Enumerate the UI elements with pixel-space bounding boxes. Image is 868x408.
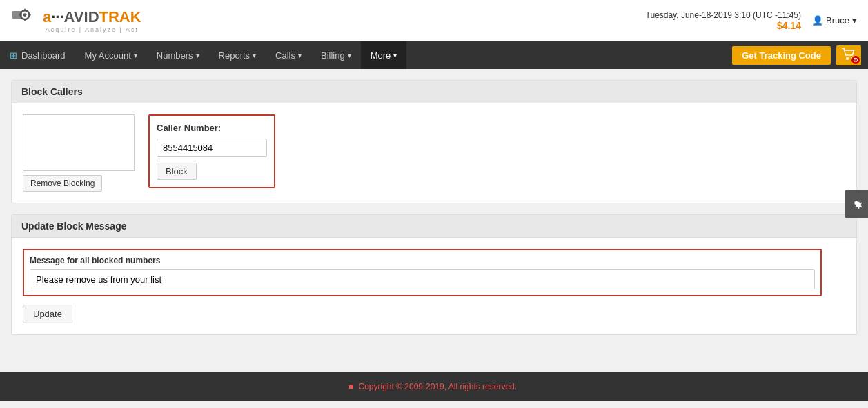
- numbers-caret: ▾: [196, 52, 199, 59]
- billing-caret: ▾: [348, 52, 351, 59]
- message-group: Message for all blocked numbers: [23, 249, 845, 296]
- block-message-input[interactable]: [30, 269, 815, 289]
- dashboard-icon: ⊞: [10, 50, 17, 61]
- get-tracking-button[interactable]: Get Tracking Code: [732, 46, 831, 65]
- caller-number-section: Caller Number: Block: [148, 114, 275, 188]
- blocked-list-container: [23, 114, 135, 171]
- svg-point-3: [23, 13, 27, 17]
- footer-text: Copyright © 2009-2019, All rights reserv…: [358, 382, 517, 391]
- update-block-message-header: Update Block Message: [12, 215, 856, 238]
- header-right: Tuesday, June-18-2019 3:10 (UTC -11:45) …: [646, 10, 857, 31]
- user-dropdown-caret[interactable]: ▾: [852, 15, 857, 26]
- nav-reports[interactable]: Reports ▾: [209, 41, 266, 69]
- user-info[interactable]: 👤 Bruce ▾: [812, 15, 857, 26]
- block-callers-panel: Block Callers Remove Blocking Caller Num…: [11, 80, 857, 203]
- navbar-right: Get Tracking Code ⚙: [732, 41, 868, 69]
- nav-calls[interactable]: Calls ▾: [266, 41, 311, 69]
- caller-number-input[interactable]: [157, 139, 267, 157]
- username-label: Bruce: [826, 15, 849, 26]
- block-callers-header: Block Callers: [12, 81, 856, 103]
- message-bordered-group: Message for all blocked numbers: [23, 249, 822, 296]
- logo-text: a···AVIDTRAK: [43, 8, 141, 26]
- gear-sidebar-button[interactable]: [845, 190, 868, 218]
- my-account-caret: ▾: [134, 52, 137, 59]
- top-header: a···AVIDTRAK Acquire | Analyze | Act Tue…: [0, 0, 868, 41]
- balance-display: $4.14: [646, 20, 801, 31]
- nav-numbers[interactable]: Numbers ▾: [147, 41, 209, 69]
- update-block-message-panel: Update Block Message Message for all blo…: [11, 214, 857, 335]
- block-button[interactable]: Block: [157, 163, 197, 180]
- update-button[interactable]: Update: [23, 305, 72, 323]
- caller-number-label: Caller Number:: [157, 123, 267, 133]
- navbar: ⊞ Dashboard My Account ▾ Numbers ▾ Repor…: [0, 41, 868, 69]
- remove-blocking-button[interactable]: Remove Blocking: [23, 175, 102, 192]
- date-display: Tuesday, June-18-2019 3:10 (UTC -11:45): [646, 10, 801, 20]
- block-callers-layout: Remove Blocking Caller Number: Block: [23, 114, 845, 192]
- block-message-label: Message for all blocked numbers: [30, 256, 815, 265]
- blocked-list-wrapper: Remove Blocking: [23, 114, 135, 192]
- datetime-info: Tuesday, June-18-2019 3:10 (UTC -11:45) …: [646, 10, 801, 31]
- footer: ■ Copyright © 2009-2019, All rights rese…: [0, 372, 868, 401]
- nav-billing[interactable]: Billing ▾: [311, 41, 361, 69]
- nav-my-account[interactable]: My Account ▾: [75, 41, 147, 69]
- logo-area: a···AVIDTRAK Acquire | Analyze | Act: [11, 8, 141, 33]
- blocked-numbers-list[interactable]: [23, 115, 134, 170]
- more-caret: ▾: [393, 52, 397, 59]
- update-block-message-body: Message for all blocked numbers Update: [12, 238, 856, 334]
- cart-badge: ⚙: [851, 56, 860, 64]
- nav-dashboard[interactable]: ⊞ Dashboard: [0, 41, 75, 69]
- reports-caret: ▾: [253, 52, 256, 59]
- svg-point-8: [846, 57, 849, 60]
- main-content: Block Callers Remove Blocking Caller Num…: [0, 69, 868, 358]
- nav-more[interactable]: More ▾: [361, 41, 407, 69]
- logo-icon: [11, 8, 39, 33]
- logo-sub: Acquire | Analyze | Act: [43, 26, 141, 33]
- footer-icon: ■: [348, 382, 353, 391]
- block-callers-body: Remove Blocking Caller Number: Block: [12, 103, 856, 203]
- gear-icon: [850, 197, 862, 210]
- cart-icon-button[interactable]: ⚙: [836, 45, 861, 65]
- calls-caret: ▾: [298, 52, 302, 59]
- user-icon: 👤: [812, 15, 823, 26]
